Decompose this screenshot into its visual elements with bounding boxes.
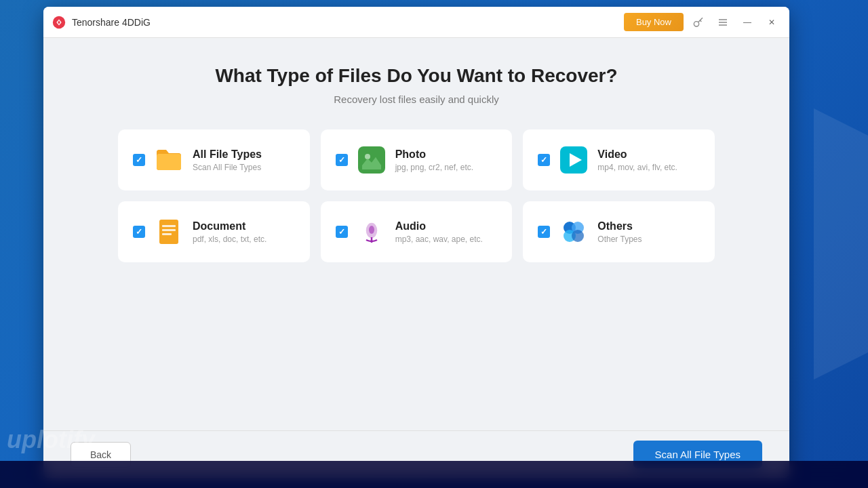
all-file-types-desc: Scan All File Types <box>193 163 295 172</box>
photo-info: Photo jpg, png, cr2, nef, etc. <box>395 148 498 172</box>
card-audio[interactable]: Audio mp3, aac, wav, ape, etc. <box>321 201 513 262</box>
checkbox-video[interactable] <box>538 154 550 166</box>
taskbar <box>0 461 868 488</box>
audio-desc: mp3, aac, wav, ape, etc. <box>395 235 498 244</box>
window-decoration <box>800 108 868 380</box>
svg-point-1 <box>694 21 698 26</box>
minimize-button[interactable]: — <box>738 13 757 32</box>
others-icon <box>559 218 588 246</box>
app-logo-icon <box>52 15 66 30</box>
checkbox-audio[interactable] <box>336 226 348 238</box>
checkbox-document-indicator <box>133 226 145 238</box>
buy-now-button[interactable]: Buy Now <box>624 13 684 31</box>
checkbox-others-indicator <box>538 226 550 238</box>
checkbox-all-file-types-indicator <box>133 154 145 166</box>
checkbox-others[interactable] <box>538 226 550 238</box>
audio-icon <box>357 218 386 246</box>
app-title: Tenorshare 4DDiG <box>72 17 151 28</box>
svg-point-19 <box>572 230 584 242</box>
document-icon <box>155 218 183 246</box>
svg-rect-12 <box>162 233 172 235</box>
others-info: Others Other Types <box>597 220 700 244</box>
menu-icon-button[interactable] <box>713 13 732 32</box>
document-info: Document pdf, xls, doc, txt, etc. <box>193 220 295 244</box>
card-video[interactable]: Video mp4, mov, avi, flv, etc. <box>523 129 715 190</box>
checkbox-audio-indicator <box>336 226 348 238</box>
video-desc: mp4, mov, avi, flv, etc. <box>597 163 700 172</box>
video-icon <box>559 146 588 174</box>
others-desc: Other Types <box>597 235 700 244</box>
video-name: Video <box>597 148 700 161</box>
checkbox-photo-indicator <box>336 154 348 166</box>
svg-point-15 <box>369 226 374 234</box>
title-bar-logo: Tenorshare 4DDiG <box>52 15 624 30</box>
folder-icon <box>155 146 183 174</box>
others-name: Others <box>597 220 700 232</box>
file-types-grid: All File Types Scan All File Types <box>118 129 715 262</box>
checkbox-photo[interactable] <box>336 154 348 166</box>
audio-name: Audio <box>395 220 498 232</box>
card-all-file-types[interactable]: All File Types Scan All File Types <box>118 129 310 190</box>
audio-info: Audio mp3, aac, wav, ape, etc. <box>395 220 498 244</box>
photo-icon <box>357 146 386 174</box>
checkbox-document[interactable] <box>133 226 145 238</box>
card-document[interactable]: Document pdf, xls, doc, txt, etc. <box>118 201 310 262</box>
page-title: What Type of Files Do You Want to Recove… <box>215 65 617 87</box>
key-icon-button[interactable] <box>689 13 708 32</box>
video-info: Video mp4, mov, avi, flv, etc. <box>597 148 700 172</box>
all-file-types-name: All File Types <box>193 148 295 161</box>
all-file-types-info: All File Types Scan All File Types <box>193 148 295 172</box>
checkbox-video-indicator <box>538 154 550 166</box>
page-subtitle: Recovery lost files easily and quickly <box>334 94 498 105</box>
close-button[interactable]: ✕ <box>762 13 781 32</box>
document-desc: pdf, xls, doc, txt, etc. <box>193 235 295 244</box>
svg-point-6 <box>365 154 370 159</box>
main-content: What Type of Files Do You Want to Recove… <box>43 38 789 430</box>
photo-name: Photo <box>395 148 498 161</box>
title-bar: Tenorshare 4DDiG Buy Now — <box>43 7 789 38</box>
svg-rect-10 <box>162 225 176 227</box>
app-window: Tenorshare 4DDiG Buy Now — <box>43 7 789 478</box>
document-name: Document <box>193 220 295 232</box>
svg-rect-11 <box>162 229 176 231</box>
card-others[interactable]: Others Other Types <box>523 201 715 262</box>
svg-rect-9 <box>159 220 178 244</box>
checkbox-all-file-types[interactable] <box>133 154 145 166</box>
card-photo[interactable]: Photo jpg, png, cr2, nef, etc. <box>321 129 513 190</box>
title-bar-actions: Buy Now — ✕ <box>624 13 781 32</box>
photo-desc: jpg, png, cr2, nef, etc. <box>395 163 498 172</box>
